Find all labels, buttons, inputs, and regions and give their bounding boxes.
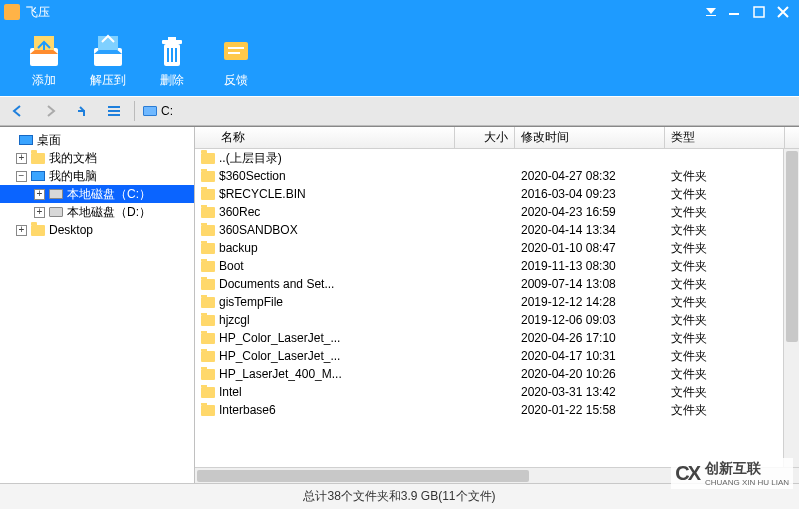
col-time[interactable]: 修改时间 <box>515 127 665 148</box>
drive-icon <box>48 186 64 202</box>
minimize-button[interactable] <box>723 2 747 22</box>
tree-my-docs[interactable]: + 我的文档 <box>0 149 194 167</box>
expand-toggle[interactable]: + <box>34 207 45 218</box>
scrollbar-vertical[interactable] <box>783 149 799 467</box>
col-type[interactable]: 类型 <box>665 127 785 148</box>
svg-rect-16 <box>108 106 120 108</box>
expand-toggle[interactable]: + <box>34 189 45 200</box>
extract-icon <box>88 32 128 72</box>
tree-my-pc[interactable]: − 我的电脑 <box>0 167 194 185</box>
table-row[interactable]: ..(上层目录) <box>195 149 799 167</box>
feedback-label: 反馈 <box>224 72 248 89</box>
add-label: 添加 <box>32 72 56 89</box>
table-row[interactable]: HP_Color_LaserJet_...2020-04-26 17:10文件夹 <box>195 329 799 347</box>
table-row[interactable]: backup2020-01-10 08:47文件夹 <box>195 239 799 257</box>
monitor-icon <box>30 168 46 184</box>
table-row[interactable]: $360Section2020-04-27 08:32文件夹 <box>195 167 799 185</box>
delete-button[interactable]: 删除 <box>152 32 192 89</box>
watermark-tagline: CHUANG XIN HU LIAN <box>705 478 789 487</box>
scrollbar-thumb[interactable] <box>197 470 529 482</box>
file-list: ..(上层目录)$360Section2020-04-27 08:32文件夹$R… <box>195 149 799 467</box>
app-icon <box>4 4 20 20</box>
tree-drive-d[interactable]: + 本地磁盘（D:） <box>0 203 194 221</box>
navbar: C: <box>0 96 799 126</box>
feedback-button[interactable]: 反馈 <box>216 32 256 89</box>
folder-icon <box>201 189 215 200</box>
feedback-icon <box>216 32 256 72</box>
watermark-brand: 创新互联 <box>705 460 789 478</box>
nav-up-button[interactable] <box>70 100 94 122</box>
folder-icon <box>201 225 215 236</box>
nav-forward-button[interactable] <box>38 100 62 122</box>
drive-icon <box>48 204 64 220</box>
folder-icon <box>30 150 46 166</box>
svg-rect-18 <box>108 114 120 116</box>
tree-drive-c[interactable]: + 本地磁盘（C:） <box>0 185 194 203</box>
folder-icon <box>201 261 215 272</box>
toolbar: 添加 解压到 删除 反馈 <box>0 24 799 96</box>
folder-icon <box>30 222 46 238</box>
trash-icon <box>152 32 192 72</box>
nav-drive[interactable]: C: <box>143 104 173 118</box>
folder-icon <box>201 333 215 344</box>
add-button[interactable]: 添加 <box>24 32 64 89</box>
col-name[interactable]: 名称 <box>195 127 455 148</box>
folder-icon <box>201 279 215 290</box>
table-row[interactable]: Intel2020-03-31 13:42文件夹 <box>195 383 799 401</box>
folder-icon <box>201 387 215 398</box>
svg-rect-15 <box>228 52 240 54</box>
nav-list-button[interactable] <box>102 100 126 122</box>
tree-desktop2[interactable]: + Desktop <box>0 221 194 239</box>
nav-drive-label: C: <box>161 104 173 118</box>
tree-desktop[interactable]: 桌面 <box>0 131 194 149</box>
svg-rect-13 <box>224 42 248 60</box>
table-row[interactable]: 360Rec2020-04-23 16:59文件夹 <box>195 203 799 221</box>
scrollbar-thumb[interactable] <box>786 151 798 342</box>
tree-panel: 桌面 + 我的文档 − 我的电脑 + 本地磁盘（C:） + 本地磁盘（D:） +… <box>0 127 195 483</box>
folder-icon <box>201 315 215 326</box>
col-size[interactable]: 大小 <box>455 127 515 148</box>
watermark: CX 创新互联 CHUANG XIN HU LIAN <box>671 458 793 489</box>
svg-rect-2 <box>754 7 764 17</box>
folder-icon <box>201 153 215 164</box>
folder-icon <box>201 297 215 308</box>
table-row[interactable]: Interbase62020-01-22 15:58文件夹 <box>195 401 799 419</box>
nav-back-button[interactable] <box>6 100 30 122</box>
table-row[interactable]: 360SANDBOX2020-04-14 13:34文件夹 <box>195 221 799 239</box>
extract-button[interactable]: 解压到 <box>88 32 128 89</box>
folder-icon <box>201 243 215 254</box>
nav-separator <box>134 101 135 121</box>
extract-label: 解压到 <box>90 72 126 89</box>
add-icon <box>24 32 64 72</box>
table-row[interactable]: HP_LaserJet_400_M...2020-04-20 10:26文件夹 <box>195 365 799 383</box>
watermark-logo: CX <box>675 462 699 485</box>
expand-toggle[interactable]: + <box>16 153 27 164</box>
svg-rect-0 <box>706 15 716 16</box>
folder-icon <box>201 405 215 416</box>
svg-rect-9 <box>168 37 176 40</box>
monitor-icon <box>18 132 34 148</box>
close-button[interactable] <box>771 2 795 22</box>
table-row[interactable]: $RECYCLE.BIN2016-03-04 09:23文件夹 <box>195 185 799 203</box>
folder-icon <box>201 207 215 218</box>
drive-icon <box>143 106 157 116</box>
svg-rect-14 <box>228 47 244 49</box>
delete-label: 删除 <box>160 72 184 89</box>
folder-icon <box>201 369 215 380</box>
collapse-toggle[interactable]: − <box>16 171 27 182</box>
table-row[interactable]: hjzcgl2019-12-06 09:03文件夹 <box>195 311 799 329</box>
svg-rect-1 <box>729 13 739 15</box>
folder-icon <box>201 171 215 182</box>
table-row[interactable]: gisTempFile2019-12-12 14:28文件夹 <box>195 293 799 311</box>
dropdown-button[interactable] <box>699 2 723 22</box>
table-row[interactable]: Documents and Set...2009-07-14 13:08文件夹 <box>195 275 799 293</box>
svg-rect-17 <box>108 110 120 112</box>
titlebar: 飞压 <box>0 0 799 24</box>
table-row[interactable]: HP_Color_LaserJet_...2020-04-17 10:31文件夹 <box>195 347 799 365</box>
table-row[interactable]: Boot2019-11-13 08:30文件夹 <box>195 257 799 275</box>
folder-icon <box>201 351 215 362</box>
file-panel: 名称 大小 修改时间 类型 ..(上层目录)$360Section2020-04… <box>195 127 799 483</box>
maximize-button[interactable] <box>747 2 771 22</box>
main-area: 桌面 + 我的文档 − 我的电脑 + 本地磁盘（C:） + 本地磁盘（D:） +… <box>0 126 799 483</box>
expand-toggle[interactable]: + <box>16 225 27 236</box>
